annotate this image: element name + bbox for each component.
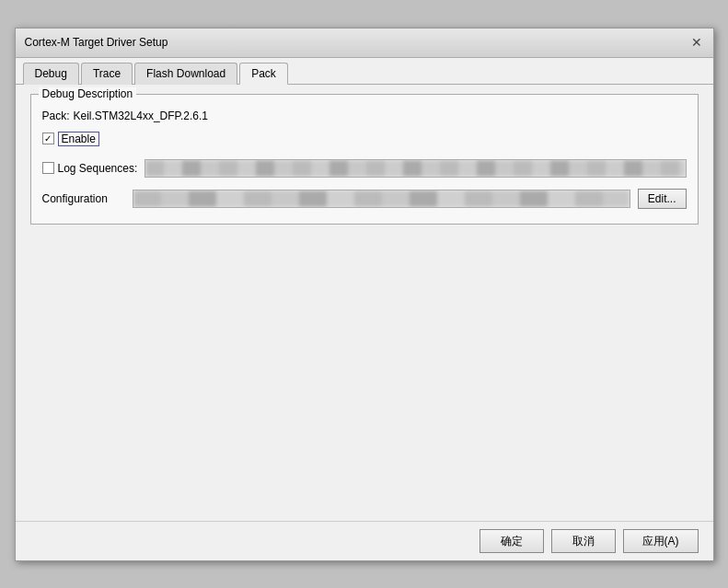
log-sequences-input[interactable]	[144, 159, 686, 178]
configuration-row: Configuration Edit...	[42, 189, 687, 209]
title-bar: Cortex-M Target Driver Setup ✕	[16, 29, 713, 58]
window-title: Cortex-M Target Driver Setup	[25, 36, 168, 49]
configuration-label: Configuration	[42, 192, 125, 205]
close-button[interactable]: ✕	[689, 35, 704, 50]
log-sequences-checkbox[interactable]	[42, 162, 54, 174]
pack-value: Keil.STM32L4xx_DFP.2.6.1	[74, 110, 209, 122]
tab-flash-download[interactable]: Flash Download	[134, 63, 237, 85]
configuration-input-wrap	[133, 190, 630, 208]
log-sequences-row: Log Sequences:	[42, 159, 687, 178]
tab-debug[interactable]: Debug	[23, 63, 79, 85]
tab-pack[interactable]: Pack	[239, 63, 288, 85]
configuration-input[interactable]	[133, 190, 630, 208]
tab-bar: Debug Trace Flash Download Pack	[16, 58, 713, 85]
cancel-button[interactable]: 取消	[551, 529, 616, 553]
pack-label: Pack:	[42, 110, 70, 122]
debug-description-group: Debug Description Pack: Keil.STM32L4xx_D…	[30, 94, 699, 225]
enable-checkbox-label[interactable]: Enable	[42, 132, 99, 146]
dialog-window: Cortex-M Target Driver Setup ✕ Debug Tra…	[15, 28, 714, 561]
dialog-content: Debug Description Pack: Keil.STM32L4xx_D…	[16, 85, 713, 521]
enable-label: Enable	[58, 132, 99, 146]
enable-checkbox[interactable]	[42, 133, 54, 144]
apply-button[interactable]: 应用(A)	[623, 529, 699, 553]
edit-button[interactable]: Edit...	[638, 189, 687, 209]
confirm-button[interactable]: 确定	[480, 529, 544, 553]
tab-trace[interactable]: Trace	[81, 63, 133, 85]
group-box-title: Debug Description	[39, 87, 137, 100]
enable-row: Enable	[42, 132, 687, 146]
pack-row: Pack: Keil.STM32L4xx_DFP.2.6.1	[42, 110, 687, 122]
dialog-footer: 确定 取消 应用(A)	[16, 521, 713, 560]
log-sequences-label: Log Sequences:	[58, 162, 138, 175]
